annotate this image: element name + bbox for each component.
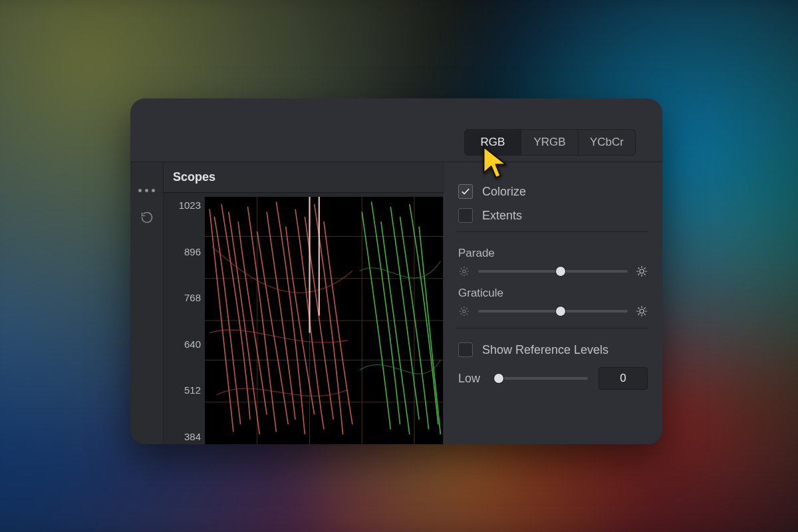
svg-line-19 xyxy=(467,268,467,269)
parade-slider[interactable] xyxy=(478,270,628,273)
svg-line-26 xyxy=(644,274,646,275)
scope-display: 1023 896 768 640 512 384 xyxy=(164,193,443,444)
low-label: Low xyxy=(458,372,486,386)
scale-tick: 896 xyxy=(164,245,201,259)
svg-point-20 xyxy=(640,269,644,273)
brightness-high-icon xyxy=(636,265,648,277)
graticule-slider[interactable] xyxy=(478,310,628,313)
scale-tick: 640 xyxy=(164,337,201,352)
svg-line-36 xyxy=(461,314,462,315)
brightness-low-icon xyxy=(458,305,470,317)
svg-line-45 xyxy=(638,314,640,315)
show-reference-levels-checkbox[interactable] xyxy=(458,342,473,357)
show-reference-levels-label: Show Reference Levels xyxy=(482,343,608,357)
scope-scale: 1023 896 768 640 512 384 xyxy=(164,197,205,444)
panel-body: Scopes 1023 896 768 640 512 384 xyxy=(130,162,662,444)
extents-label: Extents xyxy=(482,209,522,223)
low-level-row: Low 0 xyxy=(444,362,662,390)
scopes-panel: RGB YRGB YCbCr Scopes 1023 896 xyxy=(130,98,662,444)
scope-waveform-canvas xyxy=(205,197,443,444)
svg-line-28 xyxy=(644,268,646,269)
low-slider[interactable] xyxy=(497,377,588,380)
mode-ycbcr-button[interactable]: YCbCr xyxy=(579,129,636,156)
extents-checkbox-row[interactable]: Extents xyxy=(458,203,648,227)
low-slider-thumb[interactable] xyxy=(494,374,503,383)
scope-options: Colorize Extents Parade xyxy=(443,162,662,444)
svg-line-34 xyxy=(461,308,462,309)
colorize-checkbox-row[interactable]: Colorize xyxy=(458,180,648,203)
svg-line-35 xyxy=(467,314,467,315)
svg-line-17 xyxy=(467,274,467,275)
svg-line-25 xyxy=(638,268,640,269)
mode-yrgb-button[interactable]: YRGB xyxy=(521,129,579,156)
svg-point-11 xyxy=(463,270,466,273)
extents-checkbox[interactable] xyxy=(458,208,473,223)
svg-line-37 xyxy=(467,308,467,309)
colorize-label: Colorize xyxy=(482,185,526,199)
scale-tick: 1023 xyxy=(164,198,201,213)
colorize-checkbox[interactable] xyxy=(458,184,473,199)
svg-point-29 xyxy=(463,310,466,313)
scale-tick: 512 xyxy=(164,383,201,398)
side-toolbar xyxy=(130,162,164,444)
brightness-low-icon xyxy=(458,265,470,277)
reset-icon[interactable] xyxy=(140,211,154,224)
more-options-icon[interactable] xyxy=(138,189,155,192)
graticule-slider-thumb[interactable] xyxy=(556,307,565,316)
brightness-high-icon xyxy=(636,305,648,317)
scopes-title: Scopes xyxy=(164,162,443,193)
svg-line-46 xyxy=(644,308,646,309)
svg-line-27 xyxy=(638,274,640,275)
scale-tick: 768 xyxy=(164,291,201,305)
svg-line-44 xyxy=(644,314,646,315)
graticule-label: Graticule xyxy=(458,287,648,300)
svg-line-43 xyxy=(638,308,640,309)
show-reference-levels-row[interactable]: Show Reference Levels xyxy=(458,338,648,362)
parade-slider-row: Parade xyxy=(458,244,648,284)
low-value-field[interactable]: 0 xyxy=(598,367,648,390)
svg-point-38 xyxy=(640,309,644,313)
scope-mode-segmented: RGB YRGB YCbCr xyxy=(464,129,636,156)
mode-rgb-button[interactable]: RGB xyxy=(464,129,521,156)
scopes-section: Scopes 1023 896 768 640 512 384 xyxy=(164,162,443,444)
svg-line-16 xyxy=(461,268,462,269)
svg-line-18 xyxy=(461,274,462,275)
parade-label: Parade xyxy=(458,247,648,260)
parade-slider-thumb[interactable] xyxy=(556,267,565,276)
graticule-slider-row: Graticule xyxy=(458,284,648,324)
scale-tick: 384 xyxy=(164,430,201,444)
